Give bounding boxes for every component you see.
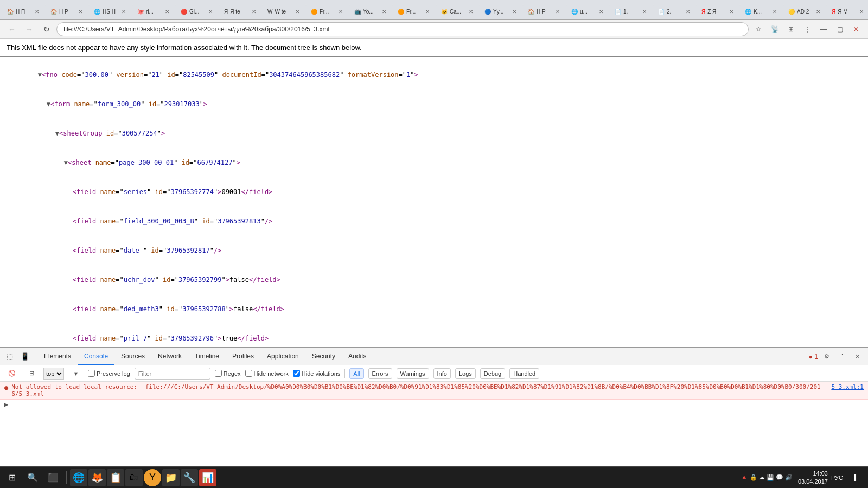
devtools-tab-network[interactable]: Network [151,348,188,365]
xml-line-1: ▼<fno code="300.00" version="21" id="825… [7,60,861,89]
devtools-tab-elements[interactable]: Elements [37,348,78,365]
tab-17[interactable]: ЯZ Я✕ [697,4,740,19]
tab-14[interactable]: 🌐u...✕ [566,4,610,19]
minimize-button[interactable]: — [816,22,831,37]
devtools-tab-security[interactable]: Security [305,348,342,365]
tray-icons: 🔺 🔒 ☁ 💾 💬 🔊 [741,474,793,481]
back-button[interactable]: ← [4,22,20,37]
taskbar-divider [66,471,67,484]
devtools-actions: ● 1 ⚙ ⋮ ✕ [809,350,866,363]
hide-network-option[interactable]: Hide network [245,370,289,377]
log-level-all[interactable]: All [349,368,363,379]
devtools-tab-profiles[interactable]: Profiles [226,348,260,365]
tab-10[interactable]: 🟠Fr...✕ [393,4,436,19]
regex-checkbox[interactable] [215,370,222,377]
hide-network-checkbox[interactable] [245,370,252,377]
taskbar-time: 14:03 03.04.2017 [798,470,828,485]
log-level-info[interactable]: Info [433,368,451,379]
preserve-log-checkbox[interactable] [88,370,95,377]
console-filter-bar: 🚫 ⊟ top ▼ Preserve log Regex Hide netw [0,365,868,382]
taskbar-app2[interactable]: 🗂 [125,469,143,486]
xml-line-2: ▼<form name="form_300_00" id="293017033"… [7,89,861,119]
console-error-1: ● Not allowed to load local resource: fi… [0,382,868,400]
nav-bar: ← → ↻ ☆ 📡 ⊞ ⋮ — ▢ ✕ [0,20,868,39]
maximize-button[interactable]: ▢ [832,22,847,37]
error-file-link[interactable]: 5_3.xml:1 [831,383,864,390]
taskbar-ie[interactable]: 🌐 [70,469,87,486]
devtools-tab-audits[interactable]: Audits [342,348,373,365]
devtools-toolbar: ⬚ 📱 Elements Console Sources Network [0,348,868,365]
tab-9[interactable]: 📺Yo...✕ [349,4,393,19]
hide-violations-option[interactable]: Hide violations [293,370,341,377]
tab-19[interactable]: 🟡AD 2✕ [783,4,827,19]
zoom-button[interactable]: ⊞ [783,22,799,37]
tab-7[interactable]: WW te✕ [263,4,306,19]
xml-line-5: <field name="series" id="37965392774">09… [7,177,861,207]
tab-20[interactable]: ЯЯ M✕ [827,4,868,19]
bookmark-button[interactable]: ☆ [751,22,766,37]
reload-button[interactable]: ↻ [39,22,54,37]
address-bar[interactable] [56,22,749,36]
tab-8[interactable]: 🟠Fr...✕ [306,4,349,19]
log-level-errors[interactable]: Errors [368,368,392,379]
more-button[interactable]: ⋮ [800,22,815,37]
taskbar-firefox[interactable]: 🦊 [88,469,106,486]
console-clear-button[interactable]: 🚫 [4,366,20,381]
devtools-settings-button[interactable]: ⚙ [820,350,833,363]
hide-violations-checkbox[interactable] [293,370,300,377]
tab-11[interactable]: 🐱Ca...✕ [436,4,480,19]
log-level-warnings[interactable]: Warnings [397,368,429,379]
taskbar-app1[interactable]: 📋 [107,469,124,486]
main-content: This XML file does not appear to have an… [0,39,868,466]
close-button[interactable]: ✕ [848,22,864,37]
inspect-element-button[interactable]: ⬚ [2,349,17,364]
console-filter-input[interactable] [135,368,210,380]
device-mode-button[interactable]: 📱 [17,349,33,364]
regex-option[interactable]: Regex [215,370,241,377]
taskbar-explorer[interactable]: 📁 [162,469,180,486]
error-count-badge: ● 1 [809,353,818,361]
task-view-button[interactable]: ⬛ [43,468,63,487]
tab-5[interactable]: 🔴Gi...✕ [176,4,219,19]
tab-3[interactable]: 🌐HS H✕ [89,4,132,19]
devtools-close-button[interactable]: ✕ [851,350,864,363]
tab-2[interactable]: 🏠H P✕ [46,4,89,19]
taskbar-lang: РУС [829,474,845,481]
show-desktop-button[interactable]: ▌ [846,468,866,487]
browser-frame: 🏠H П✕ 🏠H P✕ 🌐HS H✕ 🐙ri...✕ 🔴Gi...✕ ЯЯ te… [0,0,868,488]
forward-button[interactable]: → [22,22,37,37]
tab-12[interactable]: 🔵Yy...✕ [480,4,523,19]
devtools-more-button[interactable]: ⋮ [835,350,848,363]
devtools-tab-sources[interactable]: Sources [114,348,151,365]
log-level-debug[interactable]: Debug [480,368,505,379]
xml-content: ▼<fno code="300.00" version="21" id="825… [0,57,868,347]
cast-button[interactable]: 📡 [767,22,782,37]
tab-16[interactable]: 📄2.✕ [653,4,697,19]
error-resource-link[interactable]: file:///C:/Users/VT_Admin/Desktop/%D0%A0… [11,383,820,397]
console-context-select[interactable]: top [43,368,64,380]
taskbar-app5[interactable]: 📊 [199,469,216,486]
log-level-logs[interactable]: Logs [455,368,476,379]
devtools-tab-console[interactable]: Console [78,348,114,365]
console-expand-button[interactable]: ▶ [0,400,868,409]
tab-1[interactable]: 🏠H П✕ [2,4,46,19]
devtools-tab-application[interactable]: Application [260,348,305,365]
preserve-log-option[interactable]: Preserve log [88,370,130,377]
tab-18[interactable]: 🌐K...✕ [740,4,783,19]
toolbar-divider-1 [35,351,35,362]
xml-line-10: <field name="pril_7" id="37965392796">tr… [7,324,861,347]
tab-15[interactable]: 📄1.✕ [610,4,653,19]
start-button[interactable]: ⊞ [2,468,22,487]
error-text: Not allowed to load local resource: file… [11,383,824,397]
tab-13[interactable]: 🏠H P✕ [523,4,566,19]
xml-line-4: ▼<sheet name="page_300_00_01" id="667974… [7,148,861,177]
search-button[interactable]: 🔍 [23,468,42,487]
taskbar-app3[interactable]: Y [144,469,161,486]
tab-4[interactable]: 🐙ri...✕ [132,4,176,19]
console-dropdown-button[interactable]: ▼ [68,366,84,381]
log-level-handled[interactable]: Handled [509,368,539,379]
devtools-tab-timeline[interactable]: Timeline [188,348,226,365]
tab-6[interactable]: ЯЯ te✕ [219,4,263,19]
console-filter-button[interactable]: ⊟ [24,366,39,381]
taskbar-app4[interactable]: 🔧 [181,469,198,486]
